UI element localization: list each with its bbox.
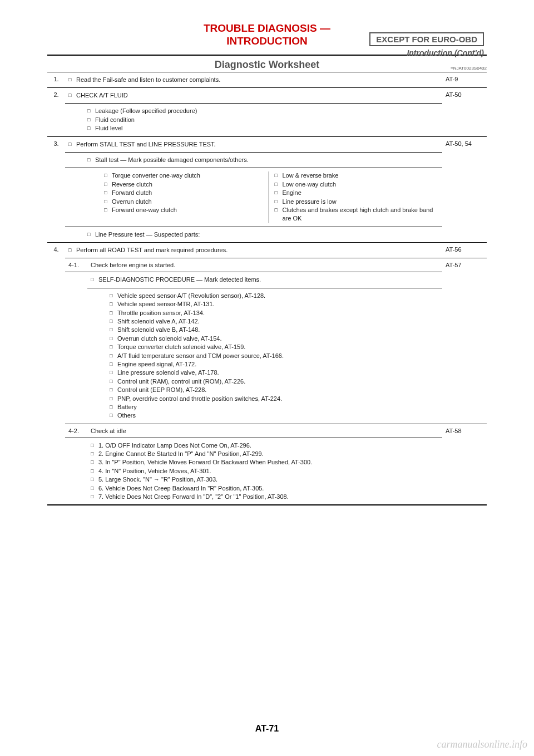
row-ref: AT-57	[442, 258, 487, 272]
table-row: Line Pressure test — Suspected parts:	[47, 227, 487, 242]
list-item: Fluid condition	[87, 116, 439, 124]
list-item: Control unit (EEP ROM), AT-228.	[110, 386, 439, 394]
list-item: Low one-way clutch	[275, 180, 439, 189]
list-item: 3. In "P" Position, Vehicle Moves Forwar…	[91, 458, 439, 467]
list-item: Overrun clutch solenoid valve, AT-154.	[110, 335, 439, 343]
list-item: Line pressure is low	[275, 198, 439, 206]
list-item: Throttle position sensor, AT-134.	[110, 309, 439, 317]
row-num: 4.	[47, 243, 65, 258]
list-item: Forward clutch	[104, 189, 269, 197]
row-num: 2.	[47, 87, 65, 103]
row-ref: AT-56	[442, 243, 487, 258]
list-item: Battery	[110, 403, 439, 411]
list-item: Leakage (Follow specified procedure)	[87, 107, 439, 115]
list-item: Engine	[275, 189, 439, 197]
row-num: 3.	[47, 136, 65, 152]
sub-cell: SELF-DIAGNOSTIC PROCEDURE — Mark detecte…	[87, 272, 442, 288]
col-left: Torque converter one-way clutch Reverse …	[104, 171, 269, 223]
sub-cell: Stall test — Mark possible damaged compo…	[65, 152, 442, 168]
table-row: Vehicle speed sensor·A/T (Revolution sen…	[47, 288, 487, 424]
table-row: 4-2. Check at idle AT-58	[47, 424, 487, 438]
watermark: carmanualsonline.info	[437, 739, 528, 750]
variant-box: EXCEPT FOR EURO-OBD	[369, 32, 484, 46]
row-text: Read the Fail-safe and listen to custome…	[65, 72, 442, 87]
list-item: Line Pressure test — Suspected parts:	[87, 230, 439, 239]
sub-num: 4-2.	[65, 424, 87, 438]
list-item: Fluid level	[87, 124, 439, 132]
sub-head: Check before engine is started.	[87, 258, 442, 272]
sub-num: 4-1.	[65, 258, 87, 272]
list-item: 1. O/D OFF Indicator Lamp Does Not Come …	[91, 441, 439, 450]
section-code: =NJAT0023S0402	[451, 66, 487, 71]
list-item: 7. Vehicle Does Not Creep Forward In "D"…	[91, 493, 439, 501]
table-row: 1. Read the Fail-safe and listen to cust…	[47, 72, 487, 87]
list-item: Shift solenoid valve B, AT-148.	[110, 326, 439, 334]
table-row: 3. Perform STALL TEST and LINE PRESSURE …	[47, 136, 487, 152]
list-item: Forward one-way clutch	[104, 206, 269, 214]
sub-cell: 1. O/D OFF Indicator Lamp Does Not Come …	[87, 438, 442, 505]
list-item: 6. Vehicle Does Not Creep Backward In "R…	[91, 484, 439, 493]
list-item: 4. In "N" Position, Vehicle Moves, AT-30…	[91, 467, 439, 475]
list-item: 5. Large Shock. "N" → "R" Position, AT-3…	[91, 475, 439, 484]
sub-cell: Line Pressure test — Suspected parts:	[65, 227, 442, 242]
list-item: Reverse clutch	[104, 180, 269, 189]
row-text: CHECK A/T FLUID	[65, 87, 442, 103]
list-item: Vehicle speed sensor·A/T (Revolution sen…	[110, 292, 439, 300]
list-item: Line pressure solenoid valve, AT-178.	[110, 369, 439, 377]
row-ref: AT-9	[442, 72, 487, 87]
sub-cell: Leakage (Follow specified procedure) Flu…	[65, 104, 442, 136]
list-item: Overrun clutch	[104, 198, 269, 206]
list-item: Shift solenoid valve A, AT-142.	[110, 317, 439, 326]
list-item: Torque converter one-way clutch	[104, 171, 269, 180]
list-item: Others	[110, 411, 439, 420]
row-ref: AT-50	[442, 87, 487, 103]
table-row: Stall test — Mark possible damaged compo…	[47, 152, 487, 168]
list-item: Stall test — Mark possible damaged compo…	[87, 156, 439, 164]
row-text: Perform STALL TEST and LINE PRESSURE TES…	[65, 136, 442, 152]
page-number: AT-71	[0, 724, 534, 734]
section-title: Diagnostic Worksheet =NJAT0023S0402	[47, 56, 487, 72]
table-row: Torque converter one-way clutch Reverse …	[47, 168, 487, 227]
row-text: Perform all ROAD TEST and mark required …	[65, 243, 442, 258]
row-num: 1.	[47, 72, 65, 87]
list-item: Vehicle speed sensor·MTR, AT-131.	[110, 300, 439, 308]
list-item: A/T fluid temperature sensor and TCM pow…	[110, 352, 439, 360]
col-right: Low & reverse brake Low one-way clutch E…	[269, 171, 439, 223]
table-row: 4-1. Check before engine is started. AT-…	[47, 258, 487, 272]
table-row: Leakage (Follow specified procedure) Flu…	[47, 104, 487, 136]
sub-cell: Vehicle speed sensor·A/T (Revolution sen…	[87, 288, 442, 424]
page: TROUBLE DIAGNOSIS — INTRODUCTION EXCEPT …	[0, 0, 534, 756]
row-ref: AT-50, 54	[442, 136, 487, 152]
section-title-text: Diagnostic Worksheet	[215, 59, 320, 70]
list-item: Clutches and brakes except high clutch a…	[275, 206, 439, 223]
list-item: Engine speed signal, AT-172.	[110, 360, 439, 369]
list-item: Low & reverse brake	[275, 171, 439, 180]
table-row: 2. CHECK A/T FLUID AT-50	[47, 87, 487, 103]
list-item: Control unit (RAM), control unit (ROM), …	[110, 377, 439, 386]
sub-cell: Torque converter one-way clutch Reverse …	[65, 168, 442, 227]
list-item: PNP, overdrive control and throttle posi…	[110, 395, 439, 403]
list-item: Torque converter clutch solenoid valve, …	[110, 343, 439, 351]
sub-head: Check at idle	[87, 424, 442, 438]
list-item: SELF-DIAGNOSTIC PROCEDURE — Mark detecte…	[91, 276, 439, 284]
list-item: 2. Engine Cannot Be Started In "P" And "…	[91, 450, 439, 458]
row-ref: AT-58	[442, 424, 487, 438]
table-row: 4. Perform all ROAD TEST and mark requir…	[47, 243, 487, 258]
table-row: 1. O/D OFF Indicator Lamp Does Not Come …	[47, 438, 487, 505]
header-right: EXCEPT FOR EURO-OBD Introduction (Cont'd…	[369, 32, 484, 57]
worksheet-table: 1. Read the Fail-safe and listen to cust…	[47, 72, 487, 506]
table-row: SELF-DIAGNOSTIC PROCEDURE — Mark detecte…	[47, 272, 487, 288]
